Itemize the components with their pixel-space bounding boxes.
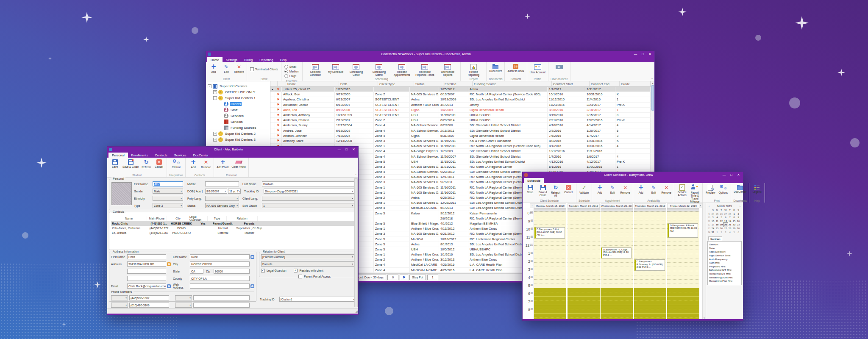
sidebar-item-office-use-only[interactable]: +OFFICE USE ONLY: [206, 89, 270, 95]
contact-row[interactable]: Le, Jessica(446)526-1267PALO CEDROExtern…: [111, 231, 354, 235]
email-icon[interactable]: [167, 284, 171, 288]
calendar-day[interactable]: 19: [719, 223, 723, 227]
schedule-button-cancel[interactable]: Cancel: [562, 184, 575, 194]
phone-number-input[interactable]: [193, 303, 250, 308]
contact-last-name-input[interactable]: Rock: [190, 254, 250, 259]
calendar-day[interactable]: 29: [732, 227, 736, 231]
calendar-day[interactable]: 3: [711, 216, 715, 220]
contacts-column-type[interactable]: Type: [208, 216, 227, 221]
ribbon-collapse-icon[interactable]: ⌃: [651, 78, 653, 81]
calendar-day[interactable]: 18: [715, 223, 719, 227]
schedule-button-remove[interactable]: Remove: [660, 184, 673, 195]
main-button-edit[interactable]: Edit: [220, 63, 233, 74]
client-button-save[interactable]: Save: [108, 158, 121, 169]
calendar-day[interactable]: 5: [732, 231, 736, 234]
calendar-day[interactable]: 24: [711, 227, 715, 231]
table-row[interactable]: ⚑Aniston, Jennifer7/18/2004Zone 4Cigna5/…: [270, 133, 651, 139]
main-tab-home[interactable]: Home: [207, 57, 223, 62]
collapse-icon[interactable]: -: [213, 96, 217, 100]
contacts-column-main-phone[interactable]: Main Phone: [147, 216, 167, 221]
schedule-button-edit[interactable]: Edit: [606, 184, 619, 195]
schedule-button-add[interactable]: Add: [593, 184, 606, 195]
client-button-refresh[interactable]: Refresh: [140, 158, 153, 169]
calendar-day[interactable]: 16: [736, 220, 740, 223]
schedule-button-save[interactable]: Save: [524, 184, 537, 194]
table-row[interactable]: ⚑Aguilera, Christina6/21/2007SGTESTCLIEN…: [270, 97, 651, 102]
main-button-scheduling-matrix[interactable]: Scheduling Matrix: [367, 63, 390, 77]
middle-name-input[interactable]: [205, 181, 239, 186]
table-row[interactable]: ⚑Andres, Jose6/18/2003Zone 4NA-School Se…: [270, 128, 651, 133]
schedule-scrollbar[interactable]: ∨: [702, 203, 706, 319]
last-name-input[interactable]: Baldwin: [262, 181, 354, 186]
calendar-day[interactable]: 11: [715, 220, 719, 223]
expand-icon[interactable]: +: [213, 90, 217, 94]
email-input[interactable]: Chris.Rock@cmguardian.com: [127, 283, 166, 289]
calendar-day[interactable]: 22: [732, 223, 736, 227]
contract-tab[interactable]: Contract: [708, 236, 722, 241]
day-header-wednesday-march-20-2019[interactable]: Wednesday, March 20, 2019: [601, 203, 633, 208]
expand-icon[interactable]: +: [213, 132, 217, 136]
schedule-button-add[interactable]: Add: [634, 184, 647, 195]
scroll-up-icon[interactable]: ▲: [651, 82, 654, 84]
phone-type-select[interactable]: [175, 303, 192, 308]
day-header-tuesday-march-19-2019[interactable]: Tuesday, March 19, 2019: [568, 203, 600, 208]
client-photo-placeholder[interactable]: [111, 182, 132, 205]
web-icon[interactable]: [250, 284, 254, 288]
calendar-day[interactable]: 21: [728, 223, 732, 227]
main-button-flexible-reporting[interactable]: Flexible Reporting: [462, 63, 485, 77]
table-row[interactable]: ⚑Allen, Ted8/11/2006SGTESTCLIENTCigna1/4…: [270, 108, 651, 113]
schedule-button-payroll-time-travel-mileage[interactable]: Payroll Time & Travel Mileage: [688, 184, 701, 203]
appointment[interactable]: D.Barrymore - B.Idol [BII-LAUSD:60R] 10:…: [534, 227, 565, 239]
scroll-down-icon[interactable]: ∨: [703, 317, 706, 319]
main-titlebar[interactable]: CodeMetro NPAWorks - Super Kid Centers -…: [206, 51, 654, 57]
schedule-button-doccenter[interactable]: DocCenter: [732, 184, 748, 194]
phone-number-input[interactable]: (446)580-1807: [129, 295, 169, 300]
calendar-day[interactable]: 3: [723, 231, 728, 234]
day-column-tuesday-march-19-2019[interactable]: [568, 208, 600, 319]
client-button-cancel[interactable]: Cancel: [153, 158, 165, 169]
phone-type-select[interactable]: [111, 295, 128, 300]
relation-type-select[interactable]: [Parent/Guardian]: [261, 254, 354, 259]
calendar-day[interactable]: 20: [723, 223, 728, 227]
phone-number-input[interactable]: (610)480-3809: [129, 303, 169, 308]
appointment[interactable]: D.Barrymore - P.Frank [BID:90R] 9:30 AM-…: [668, 223, 698, 238]
client-form-scrollbar[interactable]: [354, 178, 358, 307]
column-header-dob[interactable]: DOB: [339, 81, 378, 87]
parent-portal-access-checkbox[interactable]: [298, 275, 302, 278]
calendar-next-icon[interactable]: ›: [738, 205, 742, 207]
calendar-day[interactable]: 6: [723, 216, 728, 220]
appointment[interactable]: D.Barrymore - L.Gaga [BII-LAUSD:60R] 12:…: [601, 247, 632, 259]
address-input[interactable]: 30438 WALKER RD.: [127, 261, 166, 267]
sidebar-item-funding-sources[interactable]: Funding Sources: [206, 125, 270, 131]
school-grade-select[interactable]: 1: [262, 203, 354, 208]
maximize-icon[interactable]: □: [728, 172, 735, 178]
ethnicity-select[interactable]: [153, 196, 183, 201]
zip-input[interactable]: 96050: [214, 269, 250, 274]
contacts-column-name[interactable]: Name: [111, 216, 147, 221]
schedule-button-validate[interactable]: Validate: [578, 184, 590, 195]
calendar-day[interactable]: 4: [715, 216, 719, 220]
main-button-keyboard[interactable]: [553, 63, 566, 71]
minimize-icon[interactable]: —: [721, 172, 728, 178]
address-lookup-icon[interactable]: [167, 262, 171, 266]
column-header-client-type[interactable]: Client Type: [378, 81, 414, 87]
day-header-friday-march-22-2019[interactable]: Friday, March 22, 2019: [667, 203, 699, 208]
table-row[interactable]: ⚑Alexander, Jaimie6/12/2007SGTESTCLIENTA…: [270, 103, 651, 108]
day-column-thursday-march-21-2019[interactable]: D.Barrymore - R.Downey Jr. [BID:60R] 2:0…: [634, 208, 666, 319]
phone-type-select[interactable]: [111, 303, 128, 308]
first-name-input[interactable]: Alec: [153, 181, 183, 186]
calendar-day[interactable]: 24: [711, 212, 715, 216]
schedule-tab-schedule[interactable]: Schedule: [524, 178, 544, 183]
county-input[interactable]: CITY OF LA: [190, 276, 250, 281]
main-tab-reporting[interactable]: Reporting: [256, 57, 277, 62]
calendar-day[interactable]: 26: [719, 227, 723, 231]
calendar-day[interactable]: 31: [711, 231, 715, 234]
schedule-button-legend[interactable]: Legend▾: [751, 184, 763, 195]
calendar-day[interactable]: 9: [736, 216, 740, 220]
schedule-titlebar[interactable]: Client Schedule - Barrymore, Drew — □ ✕: [523, 172, 743, 178]
main-button-doccenter[interactable]: DocCenter: [488, 63, 503, 73]
calendar-day[interactable]: 15: [732, 220, 736, 223]
scrollbar-thumb[interactable]: [651, 85, 654, 111]
main-radio-large[interactable]: Large: [284, 74, 299, 78]
relation-value-select[interactable]: Parents: [261, 261, 354, 267]
